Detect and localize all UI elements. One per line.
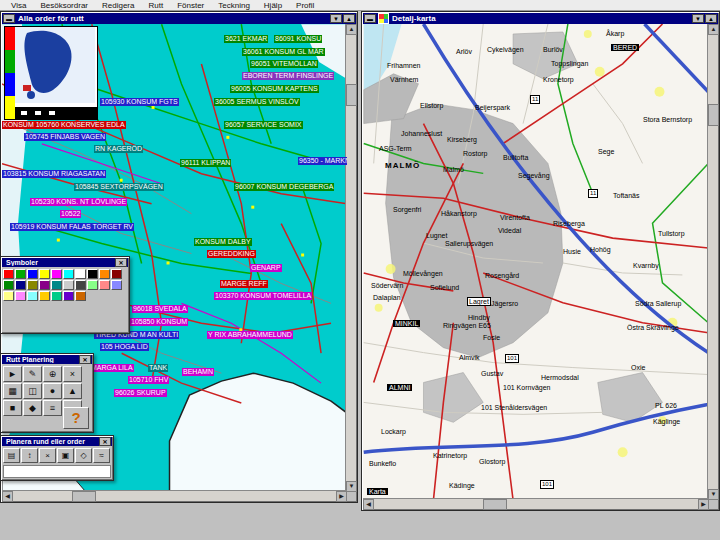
menu-item-visa[interactable]: Visa: [4, 1, 33, 10]
order-label[interactable]: 96018 SVEDALA: [132, 305, 188, 313]
area-tool-icon[interactable]: ■: [3, 400, 22, 416]
delete-tool-icon[interactable]: ×: [63, 366, 82, 382]
symbol-swatch[interactable]: [63, 280, 74, 290]
order-label[interactable]: KONSUM DALBY: [194, 238, 252, 246]
split-view-tool-icon[interactable]: ◫: [23, 383, 42, 399]
scroll-up-icon[interactable]: ▲: [346, 24, 357, 35]
scroll-right-icon[interactable]: ▶: [698, 499, 709, 510]
symbol-swatch[interactable]: [75, 269, 86, 279]
order-label[interactable]: MARGA LILA: [90, 364, 134, 372]
order-label[interactable]: 96005 KONSUM KAPTENS: [230, 85, 319, 93]
order-palette-titlebar[interactable]: Planera rund eller order ✕: [2, 437, 112, 446]
zoom-in-tool-icon[interactable]: ⊕: [43, 366, 62, 382]
system-menu-icon[interactable]: ▬: [364, 14, 376, 23]
order-label[interactable]: 86091 KONSU: [274, 35, 322, 43]
symbol-swatch[interactable]: [111, 280, 122, 290]
menu-item-teckning[interactable]: Teckning: [211, 1, 257, 10]
symbol-swatch[interactable]: [63, 291, 74, 301]
symbol-swatch[interactable]: [99, 280, 110, 290]
order-label[interactable]: 105850 KONSUM: [130, 318, 188, 326]
symbol-swatch[interactable]: [39, 291, 50, 301]
menu-item-rutt[interactable]: Rutt: [141, 1, 170, 10]
order-label[interactable]: BEHAMN: [182, 368, 214, 376]
vscroll-thumb[interactable]: [708, 104, 719, 126]
assign-order-icon[interactable]: ▣: [57, 448, 74, 463]
order-label[interactable]: 103370 KONSUM TOMELILLA: [214, 292, 312, 300]
scroll-left-icon[interactable]: ◀: [363, 499, 374, 510]
symbol-swatch[interactable]: [111, 269, 122, 279]
order-label[interactable]: KONSUM 105760 KONSERVES EDLA: [2, 121, 126, 129]
order-label[interactable]: 96026 SKURUP: [114, 389, 167, 397]
draw-tool-icon[interactable]: ✎: [23, 366, 42, 382]
route-stop-icon[interactable]: ◇: [75, 448, 92, 463]
remove-order-icon[interactable]: ×: [39, 448, 56, 463]
maximize-button[interactable]: ▲: [343, 14, 355, 23]
order-label[interactable]: 10522: [60, 210, 81, 218]
order-list-icon[interactable]: ▤: [3, 448, 20, 463]
order-label[interactable]: TANK: [148, 364, 168, 372]
hscroll-thumb[interactable]: [72, 491, 96, 502]
symbol-swatch[interactable]: [39, 280, 50, 290]
order-label[interactable]: EBOREN TERM FINSLINGE: [242, 72, 334, 80]
help-button[interactable]: ?: [63, 407, 89, 429]
order-label[interactable]: Y RIX ABRAHAMMELUND: [207, 331, 293, 339]
order-label[interactable]: RN KAGERÖD: [94, 145, 143, 153]
symbol-swatch[interactable]: [15, 280, 26, 290]
symbol-swatch[interactable]: [27, 269, 38, 279]
symbol-swatch[interactable]: [63, 269, 74, 279]
symbol-swatch[interactable]: [27, 280, 38, 290]
order-label[interactable]: 36005 SERMUS VINSLÖV: [214, 98, 300, 106]
symbol-swatch[interactable]: [27, 291, 38, 301]
list-tool-icon[interactable]: ≡: [43, 400, 62, 416]
symbol-swatch[interactable]: [75, 280, 86, 290]
symbol-palette-titlebar[interactable]: Symboler ✕: [2, 258, 128, 267]
order-label[interactable]: 105 HOGA LID: [100, 343, 149, 351]
close-icon[interactable]: ✕: [99, 437, 111, 446]
order-label[interactable]: 96111 KLIPPAN: [180, 159, 231, 167]
route-map-hscrollbar[interactable]: ◀ ▶: [2, 490, 347, 501]
scroll-down-icon[interactable]: ▼: [346, 481, 357, 492]
order-label[interactable]: GENARP: [250, 264, 282, 272]
order-label[interactable]: 105930 KONSUM FGTS: [100, 98, 179, 106]
order-label[interactable]: 96057 SERVICE SOMIX: [224, 121, 303, 129]
detail-map-vscrollbar[interactable]: ▲ ▼: [707, 24, 718, 500]
order-label[interactable]: 105745 FINJABS VAGEN: [24, 133, 106, 141]
symbol-swatch[interactable]: [39, 269, 50, 279]
menu-item-fönster[interactable]: Fönster: [170, 1, 211, 10]
symbol-swatch[interactable]: [75, 291, 86, 301]
order-label[interactable]: 36061 KONSUM GL MÄR: [242, 48, 325, 56]
scroll-up-icon[interactable]: ▲: [708, 24, 719, 35]
route-orders-titlebar[interactable]: ▬ Alla order för rutt ▼ ▲: [2, 13, 356, 24]
order-label[interactable]: 105845 SEXTORPSVÄGEN: [74, 183, 164, 191]
symbol-swatch[interactable]: [51, 269, 62, 279]
symbol-swatch[interactable]: [3, 291, 14, 301]
close-icon[interactable]: ✕: [79, 355, 91, 364]
symbol-swatch[interactable]: [51, 280, 62, 290]
order-label[interactable]: MARGE REFF: [220, 280, 268, 288]
order-label[interactable]: 96350 - MARKN: [298, 157, 347, 165]
menu-item-hjälp[interactable]: Hjälp: [257, 1, 289, 10]
symbol-swatch[interactable]: [87, 280, 98, 290]
route-map-vscrollbar[interactable]: ▲ ▼: [345, 24, 356, 492]
vscroll-thumb[interactable]: [346, 84, 357, 106]
tool-palette-titlebar[interactable]: Rutt Planering ✕: [2, 355, 92, 364]
order-label[interactable]: 105710 FHV: [128, 376, 169, 384]
menu-item-redigera[interactable]: Redigera: [95, 1, 141, 10]
order-label[interactable]: 103815 KONSUM RIAGASATAN: [2, 170, 106, 178]
marker-tool-icon[interactable]: ▲: [63, 383, 82, 399]
system-menu-icon[interactable]: ▬: [3, 14, 15, 23]
point-tool-icon[interactable]: ●: [43, 383, 62, 399]
overview-inset-map[interactable]: [4, 26, 98, 120]
detail-map-titlebar[interactable]: ▬ Detalj-karta ▼ ▲: [363, 13, 718, 24]
hscroll-thumb[interactable]: [483, 499, 507, 510]
symbol-swatch[interactable]: [87, 269, 98, 279]
scroll-right-icon[interactable]: ▶: [336, 491, 347, 502]
order-label[interactable]: GEREDDKING: [207, 250, 256, 258]
scroll-left-icon[interactable]: ◀: [2, 491, 13, 502]
symbol-swatch[interactable]: [51, 291, 62, 301]
minimize-button[interactable]: ▼: [330, 14, 342, 23]
scroll-down-icon[interactable]: ▼: [708, 489, 719, 500]
detail-map-canvas[interactable]: ÅkarpBEREDBurlövCykelvägenArlövFrihamnen…: [363, 24, 709, 500]
detail-map-hscrollbar[interactable]: ◀ ▶: [363, 498, 709, 509]
select-tool-icon[interactable]: ►: [3, 366, 22, 382]
